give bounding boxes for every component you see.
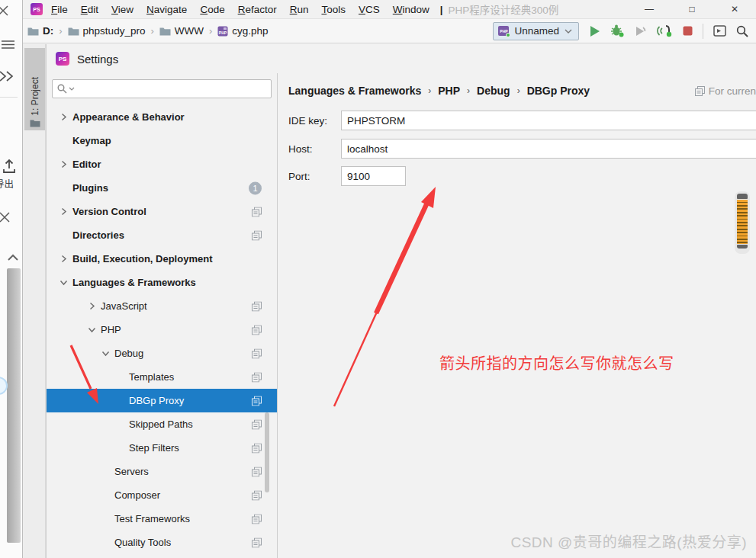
search-everywhere-icon[interactable] — [736, 25, 748, 37]
page-scrollbar[interactable] — [7, 268, 21, 543]
tree-item-editor[interactable]: Editor — [47, 152, 277, 176]
tree-item-keymap[interactable]: Keymap — [47, 129, 277, 152]
striped-scrollbar-thumb[interactable] — [735, 191, 750, 254]
settings-breadcrumb-item[interactable]: Debug — [477, 85, 510, 97]
tree-item-plugins[interactable]: Plugins1 — [47, 176, 277, 200]
double-chevron-right-icon[interactable] — [0, 70, 15, 82]
chevron-down-icon — [59, 277, 69, 287]
host-input[interactable] — [341, 139, 756, 159]
tree-item-debug[interactable]: Debug — [47, 342, 277, 365]
settings-tree: Appearance & BehaviorKeymapEditorPlugins… — [47, 105, 277, 558]
port-label: Port: — [288, 171, 310, 182]
page-side-toolbar: 导出 — [0, 0, 22, 558]
tree-item-label: Composer — [114, 489, 160, 501]
menu-run[interactable]: Run — [290, 4, 309, 15]
minimize-button[interactable]: — — [628, 0, 671, 19]
tree-item-directories[interactable]: Directories — [47, 223, 277, 247]
settings-breadcrumb-item[interactable]: Languages & Frameworks — [288, 85, 421, 97]
menu-tools[interactable]: Tools — [321, 4, 346, 15]
tree-item-version-control[interactable]: Version Control — [47, 200, 277, 223]
settings-breadcrumb-item[interactable]: PHP — [438, 85, 460, 97]
search-icon — [57, 84, 67, 94]
settings-sidebar: Appearance & BehaviorKeymapEditorPlugins… — [47, 73, 278, 558]
breadcrumb-separator: › — [428, 85, 431, 96]
tree-item-skipped-paths[interactable]: Skipped Paths — [47, 412, 277, 436]
ide-key-input[interactable] — [341, 111, 756, 130]
debug-icon[interactable] — [610, 24, 624, 37]
breadcrumb-item[interactable]: WWW — [159, 25, 204, 37]
run-toolbar: PHP Unnamed — [493, 22, 748, 40]
chevron-right-icon — [59, 159, 69, 169]
settings-breadcrumb-item[interactable]: DBGp Proxy — [527, 85, 590, 97]
tree-item-label: Plugins — [72, 182, 108, 194]
breadcrumb-item[interactable]: PHPcyg.php — [217, 25, 268, 37]
menu-code[interactable]: Code — [200, 4, 224, 15]
tree-item-javascript[interactable]: JavaScript — [47, 294, 277, 318]
titlebar: PS FileEditViewNavigateCodeRefactorRunTo… — [23, 0, 756, 19]
project-level-icon — [252, 490, 262, 500]
breadcrumb-item[interactable]: D: — [27, 25, 53, 37]
toolbar-separator — [703, 24, 703, 39]
tree-item-composer[interactable]: Composer — [47, 483, 277, 507]
tree-item-dbgp-proxy[interactable]: DBGp Proxy — [47, 389, 277, 412]
tree-scrollbar[interactable] — [265, 412, 269, 492]
project-level-icon — [252, 301, 262, 311]
run-icon[interactable] — [589, 25, 600, 37]
project-tool-window-tab[interactable]: 1: Project — [24, 48, 45, 130]
menu-view[interactable]: View — [111, 4, 134, 15]
stop-icon[interactable] — [683, 26, 693, 36]
breadcrumb-separator: › — [150, 25, 153, 37]
navbar-breadcrumb: D:›phpstudy_pro›WWW›PHPcyg.php — [27, 25, 269, 37]
main-area: 1: Project PS Settings — [23, 44, 756, 558]
close-icon[interactable] — [0, 5, 9, 17]
tree-item-label: Keymap — [72, 135, 111, 146]
scroll-up-icon[interactable] — [7, 254, 19, 261]
listen-debug-connections-icon[interactable] — [656, 24, 673, 37]
menu-refactor[interactable]: Refactor — [238, 4, 277, 15]
chevron-right-icon — [59, 207, 69, 216]
menu-vcs[interactable]: VCS — [359, 4, 380, 15]
tree-item-appearance-behavior[interactable]: Appearance & Behavior — [47, 105, 277, 129]
port-input[interactable] — [341, 166, 406, 186]
chevron-right-icon — [59, 254, 69, 264]
project-level-icon — [252, 514, 262, 524]
tree-item-servers[interactable]: Servers — [47, 460, 277, 483]
plugins-count-badge: 1 — [249, 181, 262, 194]
run-config-selector[interactable]: PHP Unnamed — [493, 22, 579, 40]
settings-breadcrumb: Languages & Frameworks›PHP›Debug›DBGp Pr… — [288, 82, 756, 99]
menu-navigate[interactable]: Navigate — [146, 4, 187, 15]
menu-file[interactable]: File — [51, 4, 68, 15]
tree-item-test-frameworks[interactable]: Test Frameworks — [47, 507, 277, 531]
menu-edit[interactable]: Edit — [81, 4, 98, 15]
ide-key-label: IDE key: — [288, 115, 327, 127]
close-button[interactable]: ✕ — [713, 0, 756, 19]
tree-item-label: Editor — [72, 159, 101, 170]
tree-item-label: Build, Execution, Deployment — [72, 253, 212, 265]
tree-item-languages-frameworks[interactable]: Languages & Frameworks — [47, 271, 277, 294]
export-icon[interactable] — [2, 159, 16, 174]
tree-item-step-filters[interactable]: Step Filters — [47, 436, 277, 460]
navigation-bar: D:›phpstudy_pro›WWW›PHPcyg.php PHP Unnam… — [23, 19, 756, 43]
help-menu-partial[interactable]: | — [440, 4, 443, 15]
hamburger-menu-icon[interactable] — [2, 40, 14, 50]
tree-item-label: Languages & Frameworks — [72, 277, 196, 288]
maximize-button[interactable]: □ — [671, 0, 713, 19]
settings-search-box[interactable] — [52, 79, 272, 98]
menu-window[interactable]: Window — [393, 4, 429, 15]
project-level-icon — [252, 207, 262, 216]
tree-item-label: Step Filters — [129, 442, 179, 454]
breadcrumb-separator: › — [59, 25, 62, 37]
window-title: PHP程序设计经典300例 — [448, 2, 628, 17]
close-icon[interactable] — [0, 211, 11, 223]
breadcrumb-item[interactable]: phpstudy_pro — [68, 25, 146, 37]
settings-content: Languages & Frameworks›PHP›Debug›DBGp Pr… — [278, 73, 756, 558]
run-with-coverage-icon[interactable] — [634, 25, 646, 37]
tree-item-php[interactable]: PHP — [47, 318, 277, 342]
tree-item-quality-tools[interactable]: Quality Tools — [47, 531, 277, 554]
search-input[interactable] — [76, 83, 266, 95]
tool-window-icon[interactable] — [713, 25, 726, 37]
chevron-right-icon — [59, 112, 69, 122]
tree-item-templates[interactable]: Templates — [47, 365, 277, 389]
tree-item-label: Debug — [114, 348, 143, 359]
tree-item-build-execution-deployment[interactable]: Build, Execution, Deployment — [47, 247, 277, 271]
